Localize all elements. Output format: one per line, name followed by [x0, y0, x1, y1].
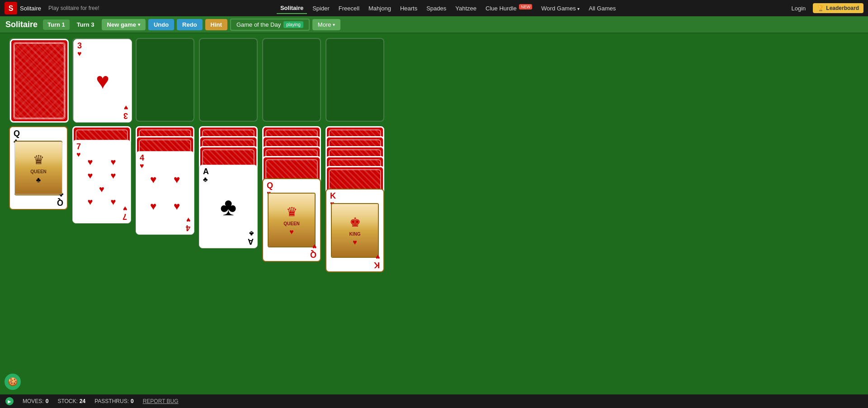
col1-card-queen-clubs[interactable]: Q ♣ ♛ Q ♣ ♛ QUEEN ♣	[9, 126, 68, 210]
stock-pile[interactable]	[9, 38, 68, 122]
stock-counter: STOCK: 24	[57, 398, 85, 404]
cookie-button[interactable]: 🍪	[5, 374, 21, 390]
qh-suit-br: ♥	[312, 243, 317, 250]
ac-rank-br: A	[248, 237, 254, 246]
top-row: 3 ♥ ♥ 3 ♥	[9, 38, 859, 122]
ac-suit-br: ♣	[249, 230, 254, 237]
video-indicator: ▶	[5, 397, 14, 405]
4h-rank-tl: 4	[140, 154, 144, 162]
waste-rank-tl: 3	[77, 42, 82, 50]
more-button[interactable]: More ▾	[312, 19, 341, 30]
stock-card[interactable]	[10, 39, 69, 123]
kh-rank-tl: K	[330, 192, 336, 200]
logo-text: Solitaire	[20, 5, 41, 12]
report-bug-link[interactable]: REPORT BUG	[143, 398, 179, 404]
waste-suit-br: ♥	[124, 104, 128, 111]
7h-rank-br: 7	[123, 213, 127, 221]
4h-rank-br: 4	[186, 224, 190, 232]
undo-button[interactable]: Undo	[148, 19, 174, 30]
stock-value: 24	[80, 398, 85, 404]
waste-pile[interactable]: 3 ♥ ♥ 3 ♥	[72, 38, 131, 122]
cookie-icon: 🍪	[8, 377, 18, 387]
ac-center: ♣	[220, 192, 236, 221]
kh-face-inner: ♚ KING ♥	[331, 203, 379, 258]
nav-spider[interactable]: Spider	[309, 3, 333, 14]
redo-button[interactable]: Redo	[177, 19, 203, 30]
moves-value: 0	[46, 398, 49, 404]
new-game-button[interactable]: New game ▾	[102, 19, 146, 30]
nav-spades[interactable]: Spades	[423, 3, 450, 14]
col5-card-queen-hearts[interactable]: Q ♥ ♛ QUEEN ♥ Q ♥	[262, 178, 321, 262]
foundation-1[interactable]	[136, 38, 194, 122]
nav-yahtzee[interactable]: Yahtzee	[452, 3, 480, 14]
tagline: Play solitaire for free!	[48, 5, 99, 11]
status-bar: ▶ MOVES: 0 STOCK: 24 PASSTHRUS: 0 REPORT…	[0, 394, 868, 408]
waste-card[interactable]: 3 ♥ ♥ 3 ♥	[73, 39, 132, 123]
toolbar: Solitaire Turn 1 Turn 3 New game ▾ Undo …	[0, 16, 868, 33]
waste-rank-br: 3	[123, 112, 128, 120]
login-button[interactable]: Login	[788, 3, 810, 14]
foundation-3[interactable]	[262, 38, 321, 122]
nav-all-games[interactable]: All Games	[585, 3, 619, 14]
column-3: 4 ♥ ♥ ♥ ♥ ♥ 4 ♥	[136, 126, 194, 348]
more-dropdown-arrow: ▾	[333, 22, 335, 27]
solitaired-logo: S	[5, 2, 17, 14]
game-title: Solitaire	[5, 20, 38, 29]
qh-rank-br: Q	[310, 251, 316, 259]
new-game-dropdown-arrow: ▾	[138, 22, 140, 27]
new-badge: NEW	[519, 4, 532, 9]
moves-counter: MOVES: 0	[23, 398, 48, 404]
columns-row: Q ♣ ♛ Q ♣ ♛ QUEEN ♣	[9, 126, 859, 407]
top-navigation: S Solitaire Play solitaire for free! Sol…	[0, 0, 868, 16]
turn1-button[interactable]: Turn 1	[43, 19, 70, 30]
playing-badge: playing	[283, 21, 303, 28]
nav-mahjong[interactable]: Mahjong	[365, 3, 395, 14]
qc-rank-tl: Q	[14, 129, 20, 138]
column-2: 7 ♥ ♥ ♥ ♥ ♥ ♥ ♥ ♥ 7 ♥	[72, 126, 131, 325]
4h-suit-br: ♥	[186, 216, 191, 223]
nav-hearts[interactable]: Hearts	[396, 3, 421, 14]
passthrus-counter: PASSTHRUS: 0	[94, 398, 133, 404]
nav-solitaire[interactable]: Solitaire	[277, 3, 307, 14]
trophy-icon: 🏆	[817, 5, 824, 11]
ac-rank-tl: A	[203, 167, 209, 176]
column-6: K ♥ ♚ KING ♥ K ♥	[326, 126, 384, 407]
waste-suit-tl: ♥	[77, 50, 82, 57]
leaderboard-button[interactable]: 🏆 Leaderboard	[813, 3, 863, 13]
game-of-the-day-button[interactable]: Game of the Day playing	[230, 19, 310, 31]
kh-suit-br: ♥	[376, 253, 380, 261]
column-1: Q ♣ ♛ Q ♣ ♛ QUEEN ♣	[9, 126, 68, 307]
nav-right: Login 🏆 Leaderboard	[788, 3, 864, 14]
foundation-4[interactable]	[326, 38, 384, 122]
logo-area[interactable]: S Solitaire	[5, 2, 41, 14]
nav-clue-hurdle[interactable]: Clue Hurdle NEW	[482, 3, 536, 14]
col4-card-ac[interactable]: A ♣ ♣ A ♣	[199, 165, 258, 248]
col6-card-king-hearts[interactable]: K ♥ ♚ KING ♥ K ♥	[326, 189, 384, 272]
qh-face-inner: ♛ QUEEN ♥	[268, 193, 316, 247]
passthrus-value: 0	[131, 398, 134, 404]
hint-button[interactable]: Hint	[205, 19, 227, 30]
column-4: A ♣ ♣ A ♣	[199, 126, 258, 370]
svg-text:S: S	[9, 5, 14, 12]
nav-links: Solitaire Spider Freecell Mahjong Hearts…	[111, 3, 785, 14]
word-games-dropdown-arrow: ▾	[577, 6, 580, 11]
7h-suit-br: ♥	[123, 205, 127, 212]
waste-suit-center: ♥	[96, 68, 109, 94]
kh-rank-br: K	[374, 261, 380, 269]
foundation-2[interactable]	[199, 38, 258, 122]
qh-rank-tl: Q	[267, 181, 273, 190]
nav-freecell[interactable]: Freecell	[335, 3, 363, 14]
qc-rank-br: Q	[57, 199, 63, 207]
col2-card-7h[interactable]: 7 ♥ ♥ ♥ ♥ ♥ ♥ ♥ ♥ 7 ♥	[72, 140, 131, 223]
game-area: 3 ♥ ♥ 3 ♥ Q ♣ ♛ Q ♣	[0, 33, 868, 394]
video-icon: ▶	[5, 397, 14, 405]
nav-word-games[interactable]: Word Games ▾	[538, 3, 583, 14]
col3-card-4h[interactable]: 4 ♥ ♥ ♥ ♥ ♥ 4 ♥	[136, 151, 194, 235]
column-5: Q ♥ ♛ QUEEN ♥ Q ♥	[262, 126, 321, 389]
ac-suit-tl: ♣	[203, 176, 208, 183]
turn3-button[interactable]: Turn 3	[72, 19, 99, 30]
7h-rank-tl: 7	[76, 142, 81, 151]
